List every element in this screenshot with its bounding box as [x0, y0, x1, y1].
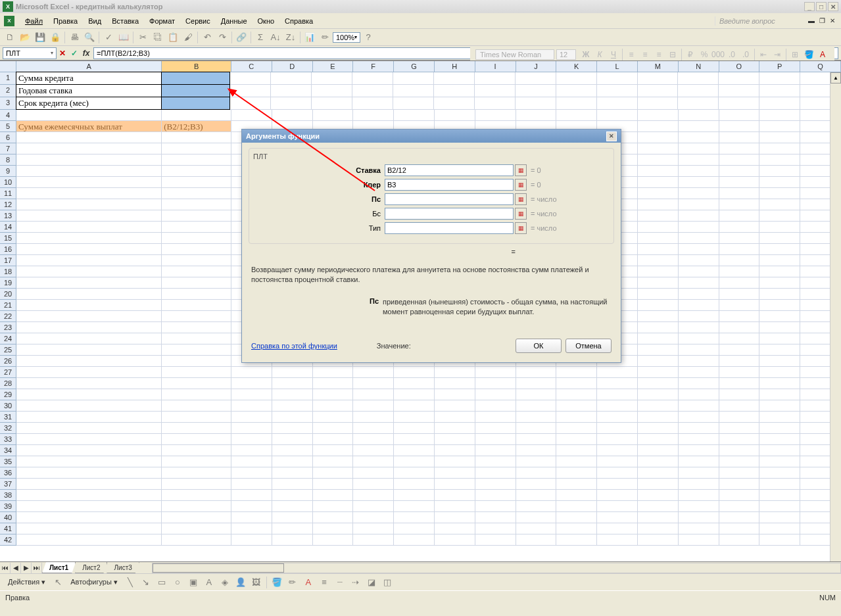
cell-C1[interactable]: [230, 72, 271, 85]
cell-N10[interactable]: [679, 177, 719, 188]
cell-B16[interactable]: [162, 244, 231, 255]
drawing-icon[interactable]: ✏: [318, 30, 332, 45]
menu-data[interactable]: Данные: [216, 15, 252, 27]
cell-B6[interactable]: [162, 132, 231, 143]
row-header-20[interactable]: 20: [0, 289, 16, 300]
tab-sheet1[interactable]: Лист1: [42, 562, 76, 573]
cell-L35[interactable]: [597, 456, 638, 467]
cell-N37[interactable]: [679, 479, 719, 490]
cell-B37[interactable]: [162, 479, 231, 490]
textbox-icon[interactable]: ▣: [186, 575, 201, 590]
font-name-box[interactable]: Times New Roman: [475, 49, 554, 60]
cell-H29[interactable]: [435, 389, 475, 400]
cell-I29[interactable]: [475, 389, 516, 400]
cell-A15[interactable]: [16, 233, 162, 244]
menu-edit[interactable]: Правка: [48, 15, 83, 27]
cell-D4[interactable]: [272, 110, 313, 121]
cell-A28[interactable]: [16, 378, 162, 389]
cell-G27[interactable]: [394, 367, 435, 378]
cell-O33[interactable]: [719, 434, 760, 445]
cell-J40[interactable]: [516, 512, 557, 523]
cell-K30[interactable]: [556, 400, 597, 412]
fill-icon[interactable]: 🪣: [270, 575, 284, 590]
cell-B31[interactable]: [162, 412, 231, 423]
cell-F27[interactable]: [353, 367, 394, 378]
cell-A22[interactable]: [16, 311, 162, 322]
cell-N31[interactable]: [679, 412, 719, 423]
tab-next-icon[interactable]: ▶: [21, 563, 32, 573]
cell-N15[interactable]: [679, 233, 719, 244]
cell-P19[interactable]: [759, 277, 800, 289]
cell-B22[interactable]: [162, 311, 231, 322]
cell-G32[interactable]: [394, 423, 435, 434]
cell-H30[interactable]: [435, 400, 475, 412]
cell-M26[interactable]: [638, 356, 679, 367]
cell-M16[interactable]: [638, 244, 679, 255]
cell-P40[interactable]: [759, 512, 800, 523]
cell-C40[interactable]: [231, 512, 272, 523]
cell-O25[interactable]: [719, 344, 760, 356]
row-header-12[interactable]: 12: [0, 199, 16, 210]
cell-A3[interactable]: Срок кредита (мес): [16, 97, 162, 110]
cell-B35[interactable]: [162, 456, 231, 467]
tab-sheet2[interactable]: Лист2: [75, 562, 107, 573]
currency-icon[interactable]: ₽: [684, 48, 697, 61]
redo-icon[interactable]: ↷: [215, 30, 229, 45]
row-header-10[interactable]: 10: [0, 177, 16, 188]
cell-J4[interactable]: [516, 110, 557, 121]
cell-A19[interactable]: [16, 277, 162, 289]
cell-L31[interactable]: [597, 412, 638, 423]
italic-icon[interactable]: К: [593, 48, 606, 61]
underline-icon[interactable]: Ч: [607, 48, 620, 61]
cell-I32[interactable]: [475, 423, 516, 434]
cell-G31[interactable]: [394, 412, 435, 423]
zoom-box[interactable]: 100%▾: [333, 32, 360, 43]
cell-D28[interactable]: [272, 378, 313, 389]
cell-B1[interactable]: [161, 72, 231, 85]
cell-F30[interactable]: [353, 400, 394, 412]
autosum-icon[interactable]: Σ: [253, 30, 268, 45]
cell-I36[interactable]: [475, 467, 516, 479]
cell-D39[interactable]: [272, 501, 313, 512]
cell-B33[interactable]: [162, 434, 231, 445]
cell-A23[interactable]: [16, 322, 162, 333]
cell-P27[interactable]: [759, 367, 800, 378]
cell-B25[interactable]: [162, 344, 231, 356]
ok-button[interactable]: ОК: [516, 339, 562, 353]
cell-P18[interactable]: [759, 266, 800, 277]
cell-G28[interactable]: [394, 378, 435, 389]
cell-N40[interactable]: [679, 512, 719, 523]
oval-icon[interactable]: ○: [170, 575, 185, 590]
cell-P33[interactable]: [759, 434, 800, 445]
cell-M37[interactable]: [638, 479, 679, 490]
cell-D2[interactable]: [271, 85, 312, 97]
cell-B15[interactable]: [162, 233, 231, 244]
cell-H4[interactable]: [435, 110, 475, 121]
cell-F2[interactable]: [352, 85, 393, 97]
cell-H41[interactable]: [435, 523, 475, 534]
cell-N7[interactable]: [679, 143, 719, 154]
cell-C42[interactable]: [231, 534, 272, 546]
cell-M41[interactable]: [638, 523, 679, 534]
col-header-Q[interactable]: Q: [800, 61, 841, 72]
cell-O6[interactable]: [719, 132, 760, 143]
cell-C36[interactable]: [231, 467, 272, 479]
cell-D29[interactable]: [272, 389, 313, 400]
cell-M17[interactable]: [638, 255, 679, 266]
cell-E36[interactable]: [313, 467, 354, 479]
cell-M12[interactable]: [638, 199, 679, 210]
cell-N16[interactable]: [679, 244, 719, 255]
row-header-6[interactable]: 6: [0, 132, 16, 143]
cell-B29[interactable]: [162, 389, 231, 400]
arg-collapse-icon-0[interactable]: ▦: [515, 164, 527, 176]
cell-B10[interactable]: [162, 177, 231, 188]
cell-G30[interactable]: [394, 400, 435, 412]
cell-P14[interactable]: [759, 222, 800, 233]
cell-G36[interactable]: [394, 467, 435, 479]
cell-N24[interactable]: [679, 333, 719, 344]
cell-M19[interactable]: [638, 277, 679, 289]
cell-J27[interactable]: [516, 367, 557, 378]
cell-E40[interactable]: [313, 512, 354, 523]
cell-A25[interactable]: [16, 344, 162, 356]
cell-E38[interactable]: [313, 490, 354, 501]
